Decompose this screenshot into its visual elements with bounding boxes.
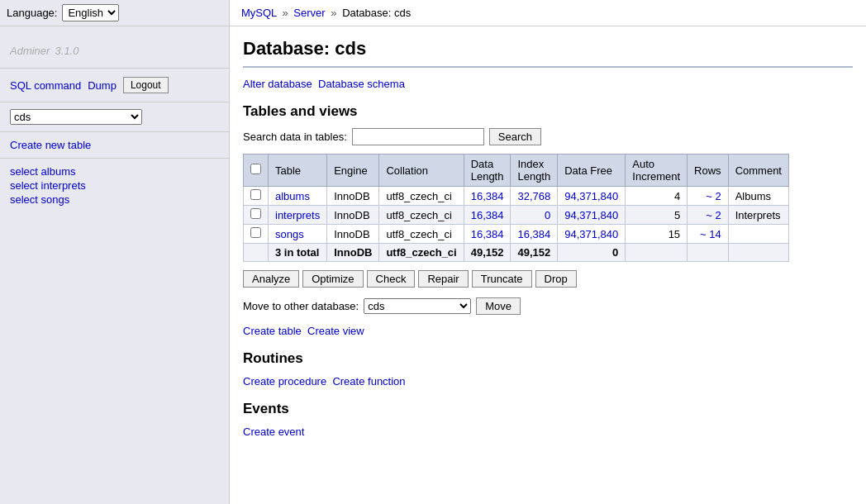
total-comment-cell bbox=[728, 244, 788, 262]
check-all-checkbox[interactable] bbox=[250, 164, 261, 174]
albums-table-link[interactable]: albums bbox=[275, 190, 310, 202]
language-bar: Language: English bbox=[0, 0, 229, 26]
data-length-cell: 16,384 bbox=[464, 187, 511, 206]
index-length-cell: 16,384 bbox=[511, 225, 558, 244]
songs-rows-link[interactable]: ~ 14 bbox=[700, 228, 721, 240]
col-table: Table bbox=[269, 155, 327, 187]
create-table-link[interactable]: Create table bbox=[243, 325, 302, 337]
language-select[interactable]: English bbox=[62, 4, 119, 21]
breadcrumb-database: Database: cds bbox=[342, 7, 411, 19]
move-db-select[interactable]: cds bbox=[364, 298, 471, 314]
songs-link[interactable]: songs bbox=[41, 193, 70, 206]
row-checkbox-cell bbox=[244, 206, 269, 225]
row-checkbox[interactable] bbox=[250, 227, 261, 238]
row-checkbox-cell bbox=[244, 225, 269, 244]
breadcrumb-server[interactable]: Server bbox=[293, 7, 325, 19]
list-item: select albums bbox=[10, 165, 219, 178]
comment-cell bbox=[728, 225, 788, 244]
content-area: Database: cds Alter database Database sc… bbox=[230, 26, 866, 449]
total-row: 3 in total InnoDB utf8_czech_ci 49,152 4… bbox=[244, 244, 789, 262]
songs-data-free-link[interactable]: 94,371,840 bbox=[564, 228, 618, 240]
dump-link[interactable]: Dump bbox=[88, 79, 117, 92]
analyze-button[interactable]: Analyze bbox=[243, 270, 299, 288]
truncate-button[interactable]: Truncate bbox=[472, 270, 532, 288]
songs-table-link[interactable]: songs bbox=[275, 228, 304, 240]
check-all-header bbox=[244, 155, 269, 187]
rows-cell: ~ 2 bbox=[688, 187, 729, 206]
language-label: Language: bbox=[7, 7, 57, 19]
col-data-length: DataLength bbox=[464, 155, 511, 187]
app-title: Adminer 3.1.0 bbox=[0, 26, 229, 69]
move-button[interactable]: Move bbox=[476, 297, 521, 315]
create-event-link[interactable]: Create event bbox=[243, 426, 304, 438]
row-checkbox[interactable] bbox=[250, 208, 261, 219]
breadcrumb-mysql[interactable]: MySQL bbox=[241, 7, 277, 19]
albums-rows-link[interactable]: ~ 2 bbox=[706, 190, 721, 202]
database-schema-link[interactable]: Database schema bbox=[318, 78, 405, 90]
create-links: Create table Create view bbox=[243, 325, 853, 337]
create-procedure-link[interactable]: Create procedure bbox=[243, 375, 326, 388]
select-interprets-link[interactable]: select bbox=[10, 179, 38, 192]
create-new-table-link[interactable]: Create new table bbox=[10, 139, 91, 151]
col-data-free: Data Free bbox=[558, 155, 626, 187]
auto-increment-cell: 15 bbox=[626, 225, 688, 244]
total-auto-increment-cell bbox=[626, 244, 688, 262]
index-length-cell: 32,768 bbox=[511, 187, 558, 206]
repair-button[interactable]: Repair bbox=[418, 270, 468, 288]
events-title: Events bbox=[243, 401, 853, 417]
songs-index-length-link[interactable]: 16,384 bbox=[517, 228, 550, 240]
table-name-cell: interprets bbox=[269, 206, 327, 225]
tables-section-title: Tables and views bbox=[243, 103, 853, 120]
comment-cell: Albums bbox=[728, 187, 788, 206]
total-label-cell: 3 in total bbox=[269, 244, 327, 262]
select-albums-link[interactable]: select bbox=[10, 165, 38, 178]
search-input[interactable] bbox=[352, 128, 484, 145]
sql-command-link[interactable]: SQL command bbox=[10, 79, 81, 92]
engine-cell: InnoDB bbox=[327, 206, 379, 225]
drop-button[interactable]: Drop bbox=[535, 270, 577, 288]
page-title: Database: cds bbox=[243, 38, 853, 68]
auto-increment-cell: 4 bbox=[626, 187, 688, 206]
interprets-rows-link[interactable]: ~ 2 bbox=[706, 209, 721, 221]
albums-data-free-link[interactable]: 94,371,840 bbox=[564, 190, 618, 202]
collation-cell: utf8_czech_ci bbox=[379, 206, 464, 225]
table-row: songs InnoDB utf8_czech_ci 16,384 16,384… bbox=[244, 225, 789, 244]
table-name-cell: songs bbox=[269, 225, 327, 244]
songs-data-length-link[interactable]: 16,384 bbox=[471, 228, 504, 240]
create-view-link[interactable]: Create view bbox=[307, 325, 364, 337]
search-bar: Search data in tables: Search bbox=[243, 128, 853, 145]
row-checkbox[interactable] bbox=[250, 189, 261, 200]
alter-database-link[interactable]: Alter database bbox=[243, 78, 312, 90]
col-auto-increment: AutoIncrement bbox=[626, 155, 688, 187]
total-index-length-cell: 49,152 bbox=[511, 244, 558, 262]
albums-link[interactable]: albums bbox=[41, 165, 76, 178]
albums-data-length-link[interactable]: 16,384 bbox=[471, 190, 504, 202]
db-select[interactable]: cds bbox=[10, 109, 142, 125]
logout-button[interactable]: Logout bbox=[123, 77, 169, 93]
engine-cell: InnoDB bbox=[327, 225, 379, 244]
total-check-cell bbox=[244, 244, 269, 262]
table-list: select albums select interprets select s… bbox=[0, 159, 229, 214]
optimize-button[interactable]: Optimize bbox=[302, 270, 363, 288]
interprets-link[interactable]: interprets bbox=[41, 179, 86, 192]
interprets-table-link[interactable]: interprets bbox=[275, 209, 320, 221]
search-button[interactable]: Search bbox=[489, 128, 541, 145]
table-name-cell: albums bbox=[269, 187, 327, 206]
create-function-link[interactable]: Create function bbox=[332, 375, 405, 388]
col-collation: Collation bbox=[379, 155, 464, 187]
interprets-index-length-link[interactable]: 0 bbox=[545, 209, 550, 221]
interprets-data-free-link[interactable]: 94,371,840 bbox=[564, 209, 618, 221]
check-button[interactable]: Check bbox=[367, 270, 416, 288]
db-links: Alter database Database schema bbox=[243, 78, 853, 90]
albums-index-length-link[interactable]: 32,768 bbox=[517, 190, 550, 202]
breadcrumb: MySQL » Server » Database: cds bbox=[230, 0, 866, 26]
list-item: select interprets bbox=[10, 179, 219, 192]
table-row: interprets InnoDB utf8_czech_ci 16,384 0… bbox=[244, 206, 789, 225]
select-songs-link[interactable]: select bbox=[10, 193, 38, 206]
move-bar: Move to other database: cds Move bbox=[243, 297, 853, 315]
comment-cell: Interprets bbox=[728, 206, 788, 225]
list-item: select songs bbox=[10, 193, 219, 206]
create-table-section: Create new table bbox=[0, 132, 229, 159]
col-index-length: IndexLength bbox=[511, 155, 558, 187]
interprets-data-length-link[interactable]: 16,384 bbox=[471, 209, 504, 221]
